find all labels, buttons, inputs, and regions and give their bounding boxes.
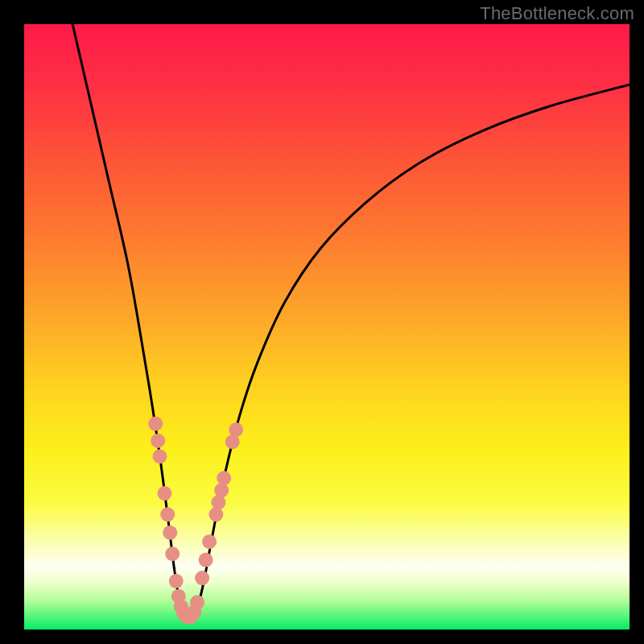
marker-point [165,547,180,561]
marker-point [202,535,217,549]
marker-point [148,416,163,431]
marker-point [229,423,243,437]
marker-point [163,526,177,540]
marker-point [211,495,225,510]
gradient-background [24,24,630,630]
marker-point [217,471,231,485]
marker-point [157,486,171,501]
marker-point [190,595,204,609]
marker-point [151,433,165,448]
marker-point [169,574,184,588]
watermark-text: TheBottleneck.com [480,3,634,24]
chart-svg [24,24,630,630]
marker-point [208,507,223,522]
marker-point [152,449,167,464]
plot-area [24,24,630,630]
marker-point [160,507,175,522]
marker-point [199,553,213,568]
marker-point [214,483,229,497]
chart-frame: TheBottleneck.com [0,0,644,644]
marker-point [195,571,209,585]
